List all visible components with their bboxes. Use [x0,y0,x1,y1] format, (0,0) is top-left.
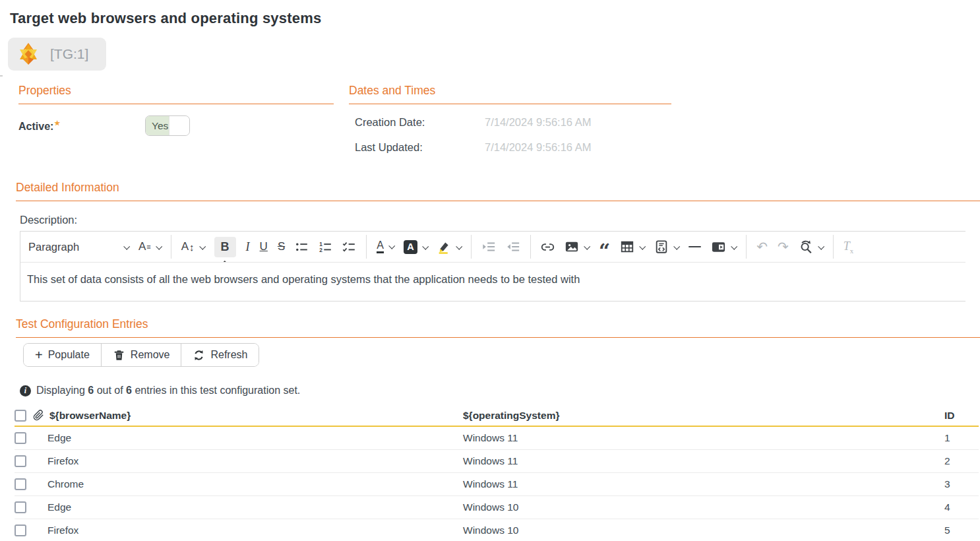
indent-icon [481,239,496,254]
insert-table-button[interactable] [620,239,644,254]
svg-text:2: 2 [320,247,323,253]
toggle-knob [169,116,189,135]
toolbar-separator [530,235,531,259]
chevron-down-icon [388,243,395,249]
populate-button[interactable]: + Populate [24,344,101,366]
strikethrough-icon: S [278,240,285,253]
insert-link-button[interactable] [541,240,555,254]
chevron-down-icon [731,243,737,249]
properties-heading: Properties [18,84,334,104]
select-all-checkbox[interactable] [15,410,26,422]
paragraph-format-value: Paragraph [28,241,79,253]
toolbar-separator [171,235,171,259]
row-checkbox[interactable] [15,501,26,513]
page: Target web browsers and operating system… [0,10,980,541]
find-replace-button[interactable] [799,239,823,254]
entries-heading: Test Configuration Entries [16,317,980,338]
description-label: Description: [20,214,980,226]
table-row[interactable]: Chrome Windows 11 3 [15,472,979,495]
insert-media-button[interactable] [711,239,736,255]
row-checkbox[interactable] [15,432,26,444]
last-updated-label: Last Updated: [355,141,485,154]
highlighter-icon [437,240,451,254]
checklist-button[interactable] [342,240,356,254]
table-row[interactable]: Edge Windows 11 1 [15,426,979,449]
creation-date-label: Creation Date: [355,116,485,129]
toggle-yes-label: Yes [146,116,169,135]
test-configuration-star-icon [16,42,40,66]
chevron-down-icon [456,243,462,249]
chevron-down-icon [199,243,206,249]
bullet-list-button[interactable] [295,240,309,254]
clear-formatting-icon: Tx [843,239,854,255]
code-sample-button[interactable] [654,239,679,254]
entries-toolbar: + Populate Remove [23,343,259,367]
font-family-icon: ≡ [146,243,150,251]
checklist-icon [342,240,356,254]
redo-button[interactable]: ↷ [778,239,789,255]
highlight-button[interactable] [437,240,461,254]
underline-button[interactable]: U [260,240,268,253]
text-color-icon: A [377,240,384,253]
table-header-row: ${browserName} ${operatingSystem} ID [15,405,979,426]
font-family-button[interactable]: A≡ [138,240,161,253]
trash-icon [113,349,125,362]
clear-formatting-button[interactable]: Tx [843,239,854,255]
background-color-icon: A [404,240,417,254]
numbered-list-button[interactable]: 1 2 [319,240,332,254]
horizontal-rule-icon [689,246,701,248]
link-icon [541,240,555,254]
underline-icon: U [260,240,268,253]
text-color-button[interactable]: A [377,240,394,253]
refresh-button[interactable]: Refresh [181,344,259,366]
row-checkbox[interactable] [15,478,26,490]
column-header-os[interactable]: ${operatingSystem} [463,410,559,421]
table-row[interactable]: Edge Windows 10 4 [15,495,979,519]
chevron-down-icon [639,243,646,249]
find-replace-icon [799,239,813,254]
table-icon [620,239,634,254]
info-icon: i [20,385,31,397]
rich-text-editor: Paragraph A≡ A↕ B Bold (Ctrl+B) I [20,231,965,302]
editor-content[interactable]: This set of data consists of all the web… [20,263,965,301]
artifact-token: [TG:1] [8,38,106,71]
bold-icon: B [221,240,230,254]
table-row[interactable]: Firefox Windows 10 5 [15,519,979,541]
undo-icon: ↶ [756,239,768,255]
row-checkbox[interactable] [15,525,26,536]
chevron-down-icon [818,243,824,249]
italic-icon: I [246,240,250,254]
column-header-id[interactable]: ID [944,410,955,421]
background-color-button[interactable]: A [404,240,427,254]
table-row[interactable]: Firefox Windows 11 2 [15,449,979,472]
bold-button[interactable]: B Bold (Ctrl+B) [214,237,236,257]
indent-button[interactable] [481,239,496,254]
entries-table: ${browserName} ${operatingSystem} ID Edg… [15,405,979,541]
remove-button[interactable]: Remove [101,344,181,366]
chevron-down-icon [422,243,429,249]
outdent-icon [506,239,520,254]
outdent-button[interactable] [506,239,520,254]
italic-button[interactable]: I [246,240,250,254]
chevron-down-icon [123,243,130,249]
strikethrough-button[interactable]: S [278,240,285,253]
insert-image-button[interactable] [565,239,589,254]
chevron-down-icon [156,243,162,249]
creation-date-value: 7/14/2024 9:56:16 AM [485,116,591,129]
horizontal-rule-button[interactable] [689,246,701,248]
left-edge-artifact [0,75,3,77]
row-checkbox[interactable] [15,455,26,467]
dates-section: Dates and Times Creation Date: 7/14/2024… [349,84,671,154]
dates-heading: Dates and Times [349,84,671,104]
column-header-browser[interactable]: ${browserName} [49,410,131,422]
page-title: Target web browsers and operating system… [10,10,980,27]
active-toggle[interactable]: Yes [145,115,190,136]
font-size-button[interactable]: A↕ [181,240,204,253]
active-label: Active:★ [18,119,145,133]
detailed-information-heading: Detailed Information [16,181,980,201]
image-icon [565,239,579,254]
undo-button[interactable]: ↶ [756,239,768,255]
paragraph-format-select[interactable]: Paragraph [28,241,129,253]
required-star-icon: ★ [54,119,60,127]
test-configuration-entries-section: Test Configuration Entries + Populate Re… [16,317,980,541]
